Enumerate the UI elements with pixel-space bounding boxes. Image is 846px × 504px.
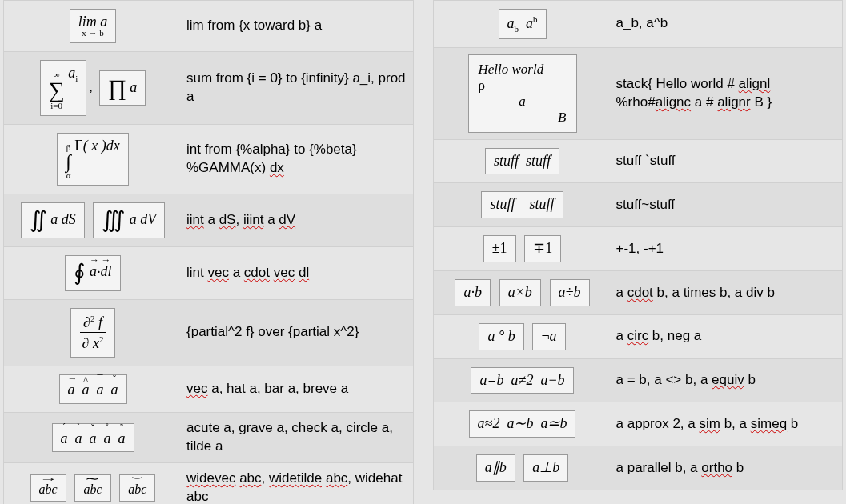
code-cdot: a cdot b, a times b, a div b (611, 271, 843, 315)
formula-widevec: abc (30, 474, 66, 502)
code-partial: {partial^2 f} over {partial x^2} (182, 299, 413, 366)
code-subsup: a_b, a^b (611, 1, 843, 48)
row-approx: a≈2 a∼b a≃b a approx 2, a sim b, a simeq… (433, 402, 843, 446)
row-lint: ∮ a·dl lint vec a cdot vec dl (4, 246, 414, 299)
code-vec: vec a, hat a, bar a, breve a (182, 366, 413, 413)
row-stack: Hello world ρ a B stack{ Hello world # a… (433, 47, 843, 139)
row-subsup: ab ab a_b, a^b (433, 1, 843, 48)
row-pm: ±1 ∓1 +-1, -+1 (433, 227, 843, 271)
row-parallel: a∥b a⊥b a parallel b, a ortho b (433, 446, 843, 490)
formula-widehat: abc (119, 474, 155, 502)
formula-approx: a≈2 a∼b a≃b (469, 410, 576, 438)
code-backtick: stuff `stuff (611, 139, 843, 183)
row-sum: ∞∑i=0 ai , ∏ a sum from {i = 0} to {infi… (4, 52, 414, 125)
formula-acute: a a a a a (52, 423, 134, 453)
row-vec: a a a a vec a, hat a, bar a, breve a (4, 366, 414, 413)
row-acute: a a a a a acute a, grave a, check a, cir… (4, 412, 414, 462)
formula-cdot: a·b (455, 279, 491, 306)
code-eq: a = b, a <> b, a equiv b (611, 358, 843, 402)
code-circ: a circ b, neg a (611, 314, 843, 358)
code-lint: lint vec a cdot vec dl (182, 246, 413, 299)
formula-vec: a a a a (59, 374, 127, 404)
code-parallel: a parallel b, a ortho b (611, 446, 843, 490)
code-wide: widevec abc, widetilde abc, widehat abc (182, 462, 413, 504)
row-wide: abc abc abc widevec abc, widetilde abc, … (4, 462, 414, 504)
code-stack: stack{ Hello world # alignl %rho#alignc … (611, 47, 843, 139)
formula-stack: Hello world ρ a B (468, 54, 577, 133)
formula-circ: a ° b (479, 323, 523, 350)
formula-lim: lim ax → b (70, 9, 117, 43)
row-tilde-space: stuff stuff stuff~stuff (433, 183, 843, 227)
row-iint: ∬ a dS ∭ a dV iint a dS, iiint a dV (4, 194, 414, 247)
row-backtick: stuff stuff stuff `stuff (433, 139, 843, 183)
code-iint: iint a dS, iiint a dV (182, 194, 413, 247)
code-sum: sum from {i = 0} to {infinity} a_i, prod… (182, 52, 413, 125)
formula-parallel: a∥b (476, 454, 515, 482)
code-lim: lim from {x toward b} a (182, 1, 413, 52)
formula-iiint: ∭ a dV (93, 202, 165, 238)
left-table: lim ax → b lim from {x toward b} a ∞∑i=0… (3, 0, 414, 504)
code-int: int from {%alpha} to {%beta} %GAMMA(x) d… (182, 125, 413, 194)
code-pm: +-1, -+1 (611, 227, 843, 271)
formula-prod: ∏ a (99, 70, 146, 106)
formula-tilde-space: stuff stuff (481, 191, 563, 218)
code-acute: acute a, grave a, check a, circle a, til… (182, 412, 413, 462)
row-cdot: a·b a×b a÷b a cdot b, a times b, a div b (433, 271, 843, 315)
formula-sum: ∞∑i=0 ai (40, 60, 87, 116)
formula-int: β∫α Γ( x )dx (57, 133, 128, 186)
row-partial: ∂2 f∂ x2 {partial^2 f} over {partial x^2… (4, 299, 414, 366)
code-tilde-space: stuff~stuff (611, 183, 843, 227)
formula-pm: ±1 (483, 235, 516, 262)
formula-eq: a=b a≠2 a≡b (471, 367, 573, 394)
row-eq: a=b a≠2 a≡b a = b, a <> b, a equiv b (433, 358, 843, 402)
formula-lint: ∮ a·dl (65, 255, 120, 291)
formula-subsup: ab ab (499, 9, 547, 39)
code-approx: a approx 2, a sim b, a simeq b (611, 402, 843, 446)
formula-widetilde: abc (74, 474, 110, 502)
formula-backtick: stuff stuff (485, 148, 559, 175)
formula-iint: ∬ a dS (21, 202, 85, 238)
row-int: β∫α Γ( x )dx int from {%alpha} to {%beta… (4, 125, 414, 194)
row-circ: a ° b ¬a a circ b, neg a (433, 314, 843, 358)
row-lim: lim ax → b lim from {x toward b} a (4, 1, 414, 52)
formula-div: a÷b (550, 279, 590, 306)
formula-partial: ∂2 f∂ x2 (70, 308, 116, 358)
formula-times: a×b (499, 279, 541, 306)
formula-mp: ∓1 (524, 235, 561, 262)
right-table: ab ab a_b, a^b Hello world ρ a B stack{ … (433, 0, 844, 490)
formula-neg: ¬a (532, 323, 565, 350)
formula-ortho: a⊥b (523, 454, 568, 482)
